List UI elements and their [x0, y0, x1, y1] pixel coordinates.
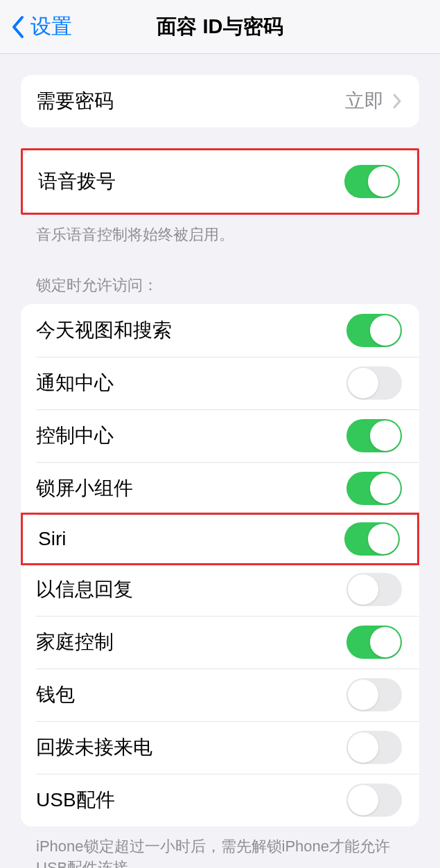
row-siri: Siri — [21, 513, 419, 565]
row-require-passcode[interactable]: 需要密码 立即 — [21, 75, 419, 127]
row-label: 控制中心 — [36, 423, 346, 449]
row-usb: USB配件 — [21, 774, 419, 826]
row-widgets: 锁屏小组件 — [21, 462, 419, 515]
back-label: 设置 — [30, 12, 72, 41]
row-reply: 以信息回复 — [21, 563, 419, 616]
footer-voice-dial: 音乐语音控制将始终被启用。 — [21, 215, 419, 246]
toggle-widgets[interactable] — [346, 472, 402, 505]
chevron-left-icon — [10, 15, 25, 39]
row-label: 回拨未接来电 — [36, 734, 346, 761]
row-callback: 回拨未接来电 — [21, 721, 419, 774]
row-label: 钱包 — [36, 682, 346, 708]
row-label: 需要密码 — [36, 88, 345, 114]
toggle-control[interactable] — [346, 419, 402, 452]
row-label: USB配件 — [36, 787, 346, 813]
row-label: 语音拨号 — [38, 168, 344, 195]
group-locked-access: 今天视图和搜索 通知中心 控制中心 锁屏小组件 Siri 以信息回复 家庭控制 — [21, 304, 419, 826]
toggle-home[interactable] — [346, 626, 402, 659]
row-label: Siri — [38, 528, 344, 550]
section-header-locked-access: 锁定时允许访问： — [21, 246, 419, 304]
back-button[interactable]: 设置 — [0, 12, 72, 41]
toggle-voice-dial[interactable] — [344, 165, 400, 198]
toggle-callback[interactable] — [346, 731, 402, 764]
toggle-today[interactable] — [346, 314, 402, 347]
row-label: 以信息回复 — [36, 576, 346, 603]
row-label: 今天视图和搜索 — [36, 317, 346, 344]
group-require-passcode: 需要密码 立即 — [21, 75, 419, 127]
content: 需要密码 立即 语音拨号 音乐语音控制将始终被启用。 锁定时允许访问： 今天视图… — [0, 75, 440, 868]
toggle-reply[interactable] — [346, 573, 402, 606]
toggle-siri[interactable] — [344, 522, 400, 556]
row-label: 家庭控制 — [36, 629, 346, 655]
chevron-right-icon — [392, 93, 402, 109]
row-today: 今天视图和搜索 — [21, 304, 419, 357]
row-notification: 通知中心 — [21, 357, 419, 409]
toggle-usb[interactable] — [346, 783, 402, 817]
footer-locked-access: iPhone锁定超过一小时后，需先解锁iPhone才能允许USB配件连接。 — [21, 826, 419, 868]
row-wallet: 钱包 — [21, 668, 419, 721]
highlight-voice-dial: 语音拨号 — [21, 148, 419, 215]
group-voice-dial: 语音拨号 — [23, 150, 417, 213]
row-label: 锁屏小组件 — [36, 475, 346, 502]
row-value: 立即 — [345, 88, 384, 114]
row-control: 控制中心 — [21, 409, 419, 462]
header: 设置 面容 ID与密码 — [0, 0, 440, 54]
row-label: 通知中心 — [36, 370, 346, 396]
toggle-wallet[interactable] — [346, 678, 402, 711]
row-home: 家庭控制 — [21, 616, 419, 668]
toggle-notification[interactable] — [346, 366, 402, 400]
row-voice-dial: 语音拨号 — [23, 150, 417, 213]
